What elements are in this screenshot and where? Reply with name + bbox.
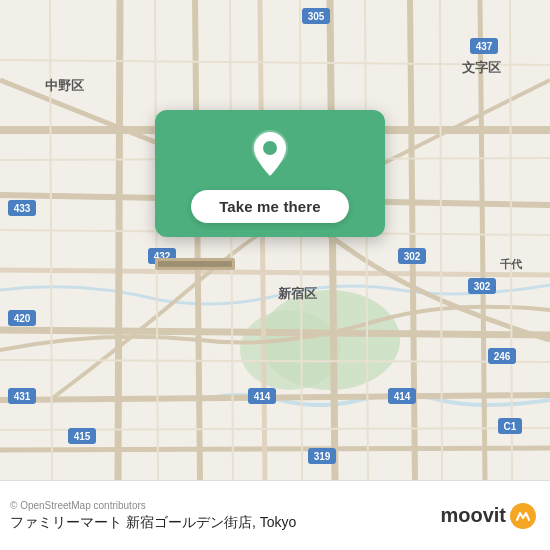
svg-text:420: 420 [14, 313, 31, 324]
svg-text:431: 431 [14, 391, 31, 402]
svg-text:C1: C1 [504, 421, 517, 432]
take-me-there-button[interactable]: Take me there [191, 190, 349, 223]
svg-text:437: 437 [476, 41, 493, 52]
svg-text:319: 319 [314, 451, 331, 462]
map-attribution: © OpenStreetMap contributors [10, 500, 296, 511]
moovit-logo: moovit [440, 503, 536, 529]
location-card: Take me there [155, 110, 385, 237]
svg-text:302: 302 [474, 281, 491, 292]
svg-point-2 [240, 310, 340, 390]
svg-line-9 [118, 0, 120, 480]
svg-text:中野区: 中野区 [45, 78, 84, 93]
svg-text:千代: 千代 [500, 258, 523, 270]
moovit-icon [510, 503, 536, 529]
svg-text:305: 305 [308, 11, 325, 22]
svg-text:文字区: 文字区 [462, 60, 501, 75]
location-name: ファミリーマート 新宿ゴールデン街店, Tokyo [10, 514, 296, 532]
map-pin-icon [244, 128, 296, 180]
map-container: 305 437 433 432 420 302 302 431 414 414 … [0, 0, 550, 480]
svg-text:新宿区: 新宿区 [278, 286, 317, 301]
moovit-text: moovit [440, 504, 506, 527]
svg-text:415: 415 [74, 431, 91, 442]
bottom-bar: © OpenStreetMap contributors ファミリーマート 新宿… [0, 480, 550, 550]
svg-point-71 [263, 141, 277, 155]
svg-text:302: 302 [404, 251, 421, 262]
svg-text:414: 414 [254, 391, 271, 402]
svg-text:414: 414 [394, 391, 411, 402]
svg-line-8 [0, 448, 550, 450]
svg-text:433: 433 [14, 203, 31, 214]
svg-line-6 [0, 330, 550, 335]
svg-text:246: 246 [494, 351, 511, 362]
bottom-info: © OpenStreetMap contributors ファミリーマート 新宿… [10, 500, 296, 532]
